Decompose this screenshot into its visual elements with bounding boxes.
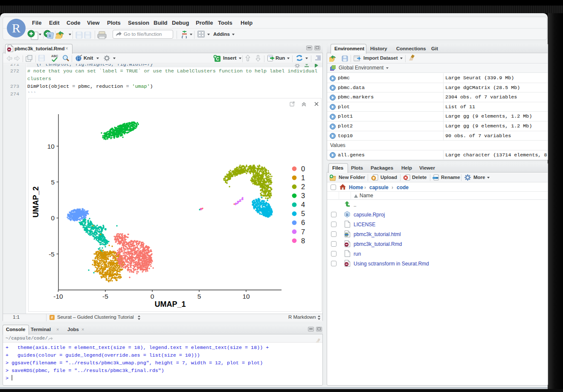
svg-text:0: 0 xyxy=(151,293,154,300)
svg-text:3: 3 xyxy=(301,192,305,199)
svg-text:2: 2 xyxy=(301,183,305,190)
svg-text:0: 0 xyxy=(51,214,55,222)
svg-text:5: 5 xyxy=(197,293,201,300)
svg-text:7: 7 xyxy=(301,228,305,236)
svg-text:5: 5 xyxy=(301,210,305,217)
svg-text:6: 6 xyxy=(301,219,305,226)
svg-text:-5: -5 xyxy=(49,251,55,258)
svg-text:4: 4 xyxy=(301,201,305,208)
svg-text:0: 0 xyxy=(301,165,305,173)
svg-text:10: 10 xyxy=(47,143,55,150)
svg-text:R: R xyxy=(49,34,51,38)
svg-text:8: 8 xyxy=(301,237,305,245)
svg-text:10: 10 xyxy=(242,293,250,300)
svg-text:-5: -5 xyxy=(102,293,108,300)
svg-text:-10: -10 xyxy=(53,293,63,300)
svg-text:R: R xyxy=(346,213,349,217)
svg-text:1: 1 xyxy=(301,174,305,182)
svg-text:UMAP_1: UMAP_1 xyxy=(154,300,186,308)
svg-text:5: 5 xyxy=(51,179,55,186)
svg-text:UMAP_2: UMAP_2 xyxy=(32,186,40,217)
